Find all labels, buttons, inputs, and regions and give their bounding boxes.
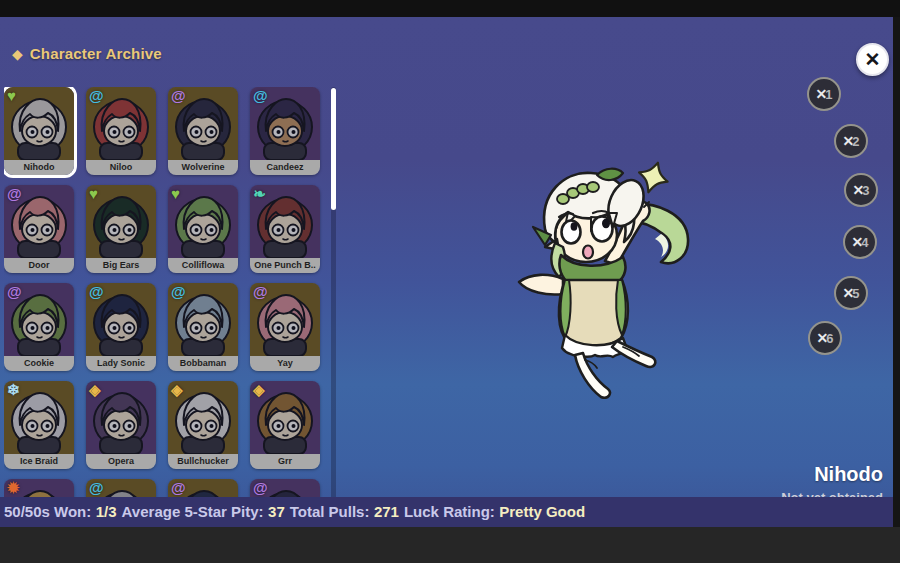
constellation-number: 2 bbox=[852, 134, 859, 149]
character-card[interactable]: ❄ Ice Braid bbox=[4, 381, 74, 469]
electro-element-icon: @ bbox=[7, 284, 22, 300]
constellation-number: 1 bbox=[825, 87, 832, 102]
constellation-button[interactable]: ✕ 6 bbox=[808, 321, 842, 355]
character-card[interactable]: @ Door bbox=[4, 185, 74, 273]
character-card[interactable]: @ Lady Sonic bbox=[86, 283, 156, 371]
hydro-element-icon: @ bbox=[89, 88, 104, 104]
character-name-label: Lady Sonic bbox=[86, 356, 156, 371]
character-card[interactable]: ❧ One Punch B.. bbox=[250, 185, 320, 273]
stat-item: Luck Rating: Pretty Good bbox=[404, 503, 585, 521]
character-card[interactable]: ♥ Big Ears bbox=[86, 185, 156, 273]
cryo-element-icon: ❄ bbox=[7, 382, 20, 398]
stat-label: Luck Rating: bbox=[404, 503, 495, 520]
character-portrait: ◈ bbox=[168, 381, 238, 454]
character-portrait: ◈ bbox=[250, 381, 320, 454]
character-portrait: @ bbox=[168, 87, 238, 160]
electro-element-icon: @ bbox=[7, 186, 22, 202]
character-archive-screen: ◆ Character Archive ♥ Nihodo @ bbox=[0, 17, 893, 527]
character-name-label: One Punch B.. bbox=[250, 258, 320, 273]
dendro-element-icon: ♥ bbox=[7, 88, 16, 104]
constellation-button[interactable]: ✕ 3 bbox=[844, 173, 878, 207]
stat-item: Total Pulls: 271 bbox=[290, 503, 399, 521]
close-icon: ✕ bbox=[865, 50, 881, 69]
close-button[interactable]: ✕ bbox=[856, 43, 889, 76]
diamond-icon: ◆ bbox=[12, 46, 23, 62]
character-portrait: ❧ bbox=[250, 185, 320, 258]
roster-scrollbar-thumb[interactable] bbox=[331, 88, 336, 210]
stat-item: Average 5-Star Pity: 37 bbox=[122, 503, 285, 521]
character-card[interactable]: ♥ Colliflowa bbox=[168, 185, 238, 273]
character-card[interactable]: ♥ Nihodo bbox=[4, 87, 74, 175]
constellation-button[interactable]: ✕ 5 bbox=[834, 276, 868, 310]
stat-label: Average 5-Star Pity: bbox=[122, 503, 264, 520]
hydro-element-icon: @ bbox=[171, 284, 186, 300]
character-portrait: ❄ bbox=[4, 381, 74, 454]
selected-character-name: Nihodo bbox=[781, 463, 883, 486]
anemo-element-icon: ❧ bbox=[253, 186, 266, 202]
stat-value: Pretty Good bbox=[499, 503, 585, 520]
character-name-label: Cookie bbox=[4, 356, 74, 371]
character-name-label: Ice Braid bbox=[4, 454, 74, 469]
stat-label: Total Pulls: bbox=[290, 503, 370, 520]
page-title: Character Archive bbox=[30, 45, 162, 62]
character-name-label: Nihodo bbox=[4, 160, 74, 175]
dendro-element-icon: ♥ bbox=[171, 186, 180, 202]
character-portrait: @ bbox=[86, 283, 156, 356]
pyro-element-icon: ✹ bbox=[7, 480, 20, 496]
constellation-button[interactable]: ✕ 4 bbox=[843, 225, 877, 259]
electro-element-icon: @ bbox=[253, 284, 268, 300]
character-card[interactable]: @ Yay bbox=[250, 283, 320, 371]
app-window: ◆ Character Archive ♥ Nihodo @ bbox=[0, 0, 900, 563]
hydro-element-icon: @ bbox=[253, 88, 268, 104]
constellation-lock-icon: ✕ bbox=[852, 234, 862, 250]
electro-element-icon: @ bbox=[253, 480, 268, 496]
character-name-label: Big Ears bbox=[86, 258, 156, 273]
constellation-button[interactable]: ✕ 2 bbox=[834, 124, 868, 158]
constellation-number: 3 bbox=[862, 183, 869, 198]
electro-element-icon: @ bbox=[171, 480, 186, 496]
character-name-label: Bullchucker bbox=[168, 454, 238, 469]
character-name-label: Opera bbox=[86, 454, 156, 469]
character-portrait: @ bbox=[250, 283, 320, 356]
constellation-lock-icon: ✕ bbox=[816, 86, 826, 102]
character-artwork bbox=[505, 155, 705, 399]
geo-element-icon: ◈ bbox=[89, 382, 101, 398]
bottom-letterbox-bar bbox=[0, 527, 900, 563]
geo-element-icon: ◈ bbox=[171, 382, 183, 398]
roster-scrollbar-track[interactable] bbox=[331, 87, 336, 507]
character-roster-grid: ♥ Nihodo @ bbox=[4, 87, 329, 514]
page-header: ◆ Character Archive bbox=[12, 45, 162, 62]
electro-element-icon: @ bbox=[171, 88, 186, 104]
character-card[interactable]: ◈ Grr bbox=[250, 381, 320, 469]
character-card[interactable]: ◈ Opera bbox=[86, 381, 156, 469]
character-card[interactable]: @ Bobbaman bbox=[168, 283, 238, 371]
hydro-element-icon: @ bbox=[89, 480, 104, 496]
constellation-button[interactable]: ✕ 1 bbox=[807, 77, 841, 111]
right-letterbox-bar bbox=[893, 17, 900, 527]
stat-item: 50/50s Won: 1/3 bbox=[4, 503, 117, 521]
character-name-label: Colliflowa bbox=[168, 258, 238, 273]
character-card[interactable]: @ Candeez bbox=[250, 87, 320, 175]
constellation-lock-icon: ✕ bbox=[817, 330, 827, 346]
top-letterbox-bar bbox=[0, 0, 900, 17]
dendro-element-icon: ♥ bbox=[89, 186, 98, 202]
character-name-label: Niloo bbox=[86, 160, 156, 175]
character-portrait: @ bbox=[86, 87, 156, 160]
character-portrait: @ bbox=[250, 87, 320, 160]
character-name-label: Wolverine bbox=[168, 160, 238, 175]
character-portrait: @ bbox=[168, 283, 238, 356]
character-card[interactable]: ◈ Bullchucker bbox=[168, 381, 238, 469]
character-portrait: ♥ bbox=[168, 185, 238, 258]
constellation-lock-icon: ✕ bbox=[853, 182, 863, 198]
character-card[interactable]: @ Niloo bbox=[86, 87, 156, 175]
stat-value: 271 bbox=[374, 503, 399, 520]
character-card[interactable]: @ Cookie bbox=[4, 283, 74, 371]
character-portrait: ◈ bbox=[86, 381, 156, 454]
character-card[interactable]: @ Wolverine bbox=[168, 87, 238, 175]
character-portrait: ♥ bbox=[4, 87, 74, 160]
character-name-label: Grr bbox=[250, 454, 320, 469]
character-portrait: @ bbox=[4, 283, 74, 356]
stats-bar: 50/50s Won: 1/3 Average 5-Star Pity: 37 … bbox=[0, 497, 893, 527]
character-name-label: Door bbox=[4, 258, 74, 273]
constellation-number: 5 bbox=[852, 286, 859, 301]
